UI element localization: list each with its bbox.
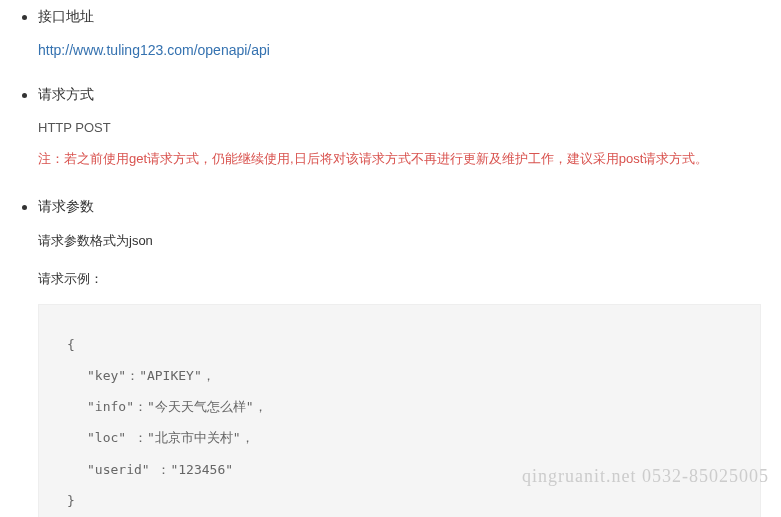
params-title: 请求参数 [38, 198, 761, 216]
code-line: "info"："今天天气怎么样"， [67, 391, 732, 422]
code-line: { [67, 329, 732, 360]
section-params: 请求参数 请求参数格式为json 请求示例： { "key"："APIKEY"，… [38, 198, 761, 517]
section-list: 接口地址 http://www.tuling123.com/openapi/ap… [38, 8, 761, 517]
document-content: 接口地址 http://www.tuling123.com/openapi/ap… [0, 8, 781, 517]
method-value: HTTP POST [38, 120, 761, 135]
code-line: } [67, 485, 732, 516]
endpoint-title: 接口地址 [38, 8, 761, 26]
code-line: "loc" ："北京市中关村"， [67, 422, 732, 453]
code-block: { "key"："APIKEY"， "info"："今天天气怎么样"， "loc… [38, 304, 761, 517]
method-note: 注：若之前使用get请求方式，仍能继续使用,日后将对该请求方式不再进行更新及维护… [38, 149, 761, 170]
code-line: "key"："APIKEY"， [67, 360, 732, 391]
section-endpoint: 接口地址 http://www.tuling123.com/openapi/ap… [38, 8, 761, 58]
endpoint-url-link[interactable]: http://www.tuling123.com/openapi/api [38, 42, 761, 58]
code-line: "userid" ："123456" [67, 454, 732, 485]
params-example-label: 请求示例： [38, 270, 761, 288]
method-title: 请求方式 [38, 86, 761, 104]
section-method: 请求方式 HTTP POST 注：若之前使用get请求方式，仍能继续使用,日后将… [38, 86, 761, 170]
params-desc: 请求参数格式为json [38, 232, 761, 250]
